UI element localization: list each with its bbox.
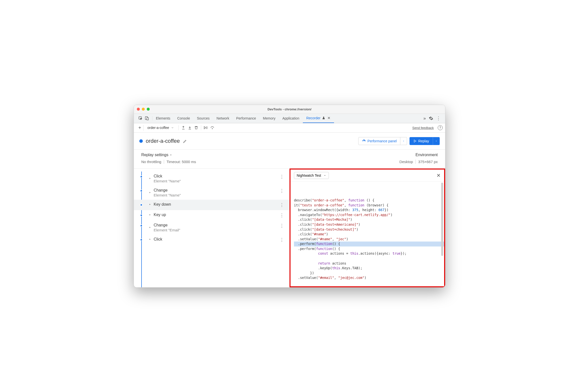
step-row[interactable]: Key up ⋮ — [134, 210, 290, 221]
edit-title-button[interactable] — [183, 139, 187, 143]
tab-performance[interactable]: Performance — [233, 114, 259, 123]
step-menu-button[interactable]: ⋮ — [277, 174, 287, 179]
more-tabs-icon[interactable]: » — [423, 116, 426, 121]
step-title: Change — [154, 223, 277, 228]
device-toggle-icon[interactable] — [145, 116, 149, 121]
page-title: order-a-coffee — [146, 138, 180, 144]
step-title: Key up — [154, 213, 277, 217]
step-menu-button[interactable]: ⋮ — [277, 223, 287, 229]
chevron-right-icon — [149, 214, 151, 216]
step-menu-button[interactable]: ⋮ — [277, 188, 287, 194]
gauge-icon — [362, 139, 366, 143]
export-format-select[interactable]: Nightwatch Test — [294, 172, 329, 179]
svg-point-3 — [212, 128, 213, 129]
throttling-value: No throttling — [141, 160, 161, 164]
replay-dropdown[interactable] — [433, 137, 440, 145]
chevron-down-icon — [324, 174, 326, 177]
delete-icon[interactable] — [194, 125, 199, 130]
tab-recorder[interactable]: Recorder✕ — [303, 114, 334, 123]
env-dimensions: 375×667 px — [413, 160, 438, 164]
environment-label: Environment — [416, 153, 438, 157]
code-line: browser.windowRect({width: 375, height: … — [294, 208, 441, 213]
steps-column: Click Element "Name" ⋮ Change Element "N… — [134, 168, 290, 287]
performance-panel-label: Performance panel — [367, 139, 397, 143]
step-menu-button[interactable]: ⋮ — [277, 202, 287, 208]
step-menu-button[interactable]: ⋮ — [277, 237, 287, 242]
settings-icon[interactable] — [429, 116, 433, 121]
step-title: Click — [154, 237, 277, 241]
step-row[interactable]: Change Element "Email" ⋮ — [134, 221, 290, 235]
code-line: return actions — [294, 261, 441, 266]
recording-name: order-a-coffee — [147, 126, 169, 130]
step-row[interactable]: Key down ⋮ — [134, 200, 290, 210]
kebab-menu-icon[interactable]: ⋮ — [436, 116, 441, 121]
flask-icon — [322, 116, 325, 120]
timeline-dot — [140, 214, 143, 217]
inspect-icon[interactable] — [138, 116, 143, 121]
step-subtitle: Element "Name" — [154, 179, 277, 183]
play-pause-icon[interactable] — [204, 125, 208, 130]
code-line: .navigateTo("https://coffee-cart.netlify… — [294, 213, 441, 218]
step-title: Key down — [154, 202, 277, 207]
tab-close-icon[interactable]: ✕ — [327, 116, 331, 120]
recording-header: order-a-coffee Performance panel Replay — [134, 133, 445, 150]
replay-settings-toggle[interactable]: Replay settings — [141, 153, 172, 157]
performance-panel-button[interactable]: Performance panel — [358, 137, 400, 145]
chevron-right-icon — [149, 177, 151, 180]
settings-info: No throttlingTimeout: 5000 ms Desktop375… — [134, 158, 445, 168]
send-feedback-link[interactable]: Send feedback — [412, 126, 434, 130]
step-row[interactable]: Change Element "Name" ⋮ — [134, 186, 290, 200]
code-export-panel: Nightwatch Test ✕ describe("order-a-coff… — [290, 168, 445, 287]
performance-panel-dropdown[interactable] — [400, 137, 407, 145]
timeout-value: Timeout: 5000 ms — [161, 160, 196, 164]
timeline-dot — [140, 204, 143, 206]
code-line — [294, 256, 441, 261]
code-line: .perform(function() { — [294, 241, 441, 246]
code-line: .setValue("#email", "jec@jec.com") — [294, 275, 441, 280]
tab-sources[interactable]: Sources — [194, 114, 213, 123]
tab-console[interactable]: Console — [174, 114, 193, 123]
close-panel-button[interactable]: ✕ — [436, 172, 441, 178]
main-area: Click Element "Name" ⋮ Change Element "N… — [134, 168, 445, 287]
new-recording-button[interactable]: + — [136, 125, 144, 131]
code-body[interactable]: describe("order-a-coffee", function () {… — [290, 182, 444, 286]
step-subtitle: Element "Email" — [154, 228, 277, 232]
chevron-right-icon — [170, 154, 172, 156]
step-subtitle: Element "Name" — [154, 193, 277, 197]
code-line: .setValue("#name", "jec") — [294, 237, 441, 242]
code-line: .click("#name") — [294, 232, 441, 237]
step-menu-button[interactable]: ⋮ — [277, 213, 287, 218]
timeline-dot — [140, 225, 143, 227]
step-row[interactable]: Click ⋮ — [134, 235, 290, 245]
replay-button[interactable]: Replay — [410, 137, 433, 145]
window-title: DevTools - chrome://version/ — [134, 107, 445, 111]
tab-memory[interactable]: Memory — [260, 114, 279, 123]
recorder-toolbar: + order-a-coffee Send feedback ? — [134, 123, 445, 133]
step-over-icon[interactable] — [210, 125, 215, 130]
timeline-dot — [140, 238, 143, 241]
code-line: }) — [294, 271, 441, 276]
help-icon[interactable]: ? — [438, 125, 443, 130]
play-icon — [413, 139, 417, 143]
tab-elements[interactable]: Elements — [152, 114, 174, 123]
scrollbar[interactable] — [441, 183, 443, 256]
recording-select[interactable]: order-a-coffee — [145, 126, 176, 130]
code-line: .keyUp(this.Keys.TAB); — [294, 266, 441, 271]
timeline-dot — [140, 175, 143, 178]
import-icon[interactable] — [188, 125, 192, 130]
svg-rect-2 — [147, 118, 148, 120]
chevron-right-icon — [149, 203, 151, 206]
code-line: .perform(function() { — [294, 246, 441, 251]
tab-network[interactable]: Network — [213, 114, 233, 123]
code-line: describe("order-a-coffee", function () { — [294, 198, 441, 203]
export-icon[interactable] — [181, 125, 186, 130]
code-line: .click("[data-test=checkout]") — [294, 227, 441, 232]
code-line: const actions = this.actions({async: tru… — [294, 251, 441, 256]
env-device: Desktop — [399, 160, 413, 164]
timeline-dot — [140, 190, 143, 192]
export-format-label: Nightwatch Test — [297, 173, 321, 177]
chevron-right-icon — [149, 238, 151, 240]
tab-application[interactable]: Application — [279, 114, 303, 123]
replay-settings-label: Replay settings — [141, 153, 168, 157]
step-row[interactable]: Click Element "Name" ⋮ — [134, 171, 290, 186]
